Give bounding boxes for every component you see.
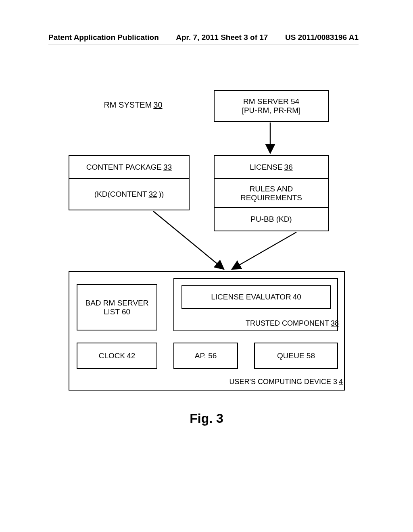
kd-num: 32 <box>149 190 157 199</box>
ap-box: AP. 56 <box>173 343 238 369</box>
header-center: Apr. 7, 2011 Sheet 3 of 17 <box>176 33 268 42</box>
rm-system-label: RM SYSTEM 30 <box>81 97 186 113</box>
ap-text: AP. 56 <box>195 351 217 360</box>
trusted-text: TRUSTED COMPONENT <box>246 319 329 328</box>
pubb-box: PU-BB (KD) <box>214 207 329 231</box>
clock-num: 42 <box>127 351 135 360</box>
kd-pre: (KD(CONTENT <box>94 190 147 199</box>
rm-system-num: 30 <box>153 100 162 110</box>
content-package-num: 33 <box>163 163 172 172</box>
clock-box: CLOCK 42 <box>77 343 157 369</box>
svg-line-1 <box>153 211 224 269</box>
license-evaluator-box: LICENSE EVALUATOR 40 <box>181 285 331 309</box>
header-right: US 2011/0083196 A1 <box>285 33 359 42</box>
rules-box: RULES AND REQUIREMENTS <box>214 178 329 208</box>
queue-box: QUEUE 58 <box>254 343 338 369</box>
device-num: 4 <box>339 378 343 386</box>
device-text: USER'S COMPUTING DEVICE 3 <box>229 378 337 386</box>
clock-text: CLOCK <box>99 351 125 360</box>
rm-server-line2: [PU-RM, PR-RM] <box>242 106 301 115</box>
header-left: Patent Application Publication <box>48 33 159 42</box>
bad-rm-server-box: BAD RM SERVER LIST 60 <box>77 284 157 330</box>
content-package-box: CONTENT PACKAGE 33 <box>69 155 190 179</box>
trusted-component-label: TRUSTED COMPONENT 38 <box>214 318 339 329</box>
content-package-text: CONTENT PACKAGE <box>86 163 162 172</box>
lic-eval-num: 40 <box>293 293 301 301</box>
pubb-text: PU-BB (KD) <box>250 215 292 224</box>
queue-text: QUEUE 58 <box>277 351 315 360</box>
trusted-num: 38 <box>331 319 339 328</box>
kd-post: )) <box>159 190 164 199</box>
rm-system-text: RM SYSTEM <box>104 100 152 110</box>
rules-line2: REQUIREMENTS <box>240 193 302 202</box>
bad-line2: LIST 60 <box>104 308 130 316</box>
figure-label: Fig. 3 <box>0 411 413 426</box>
user-device-label: USER'S COMPUTING DEVICE 3 4 <box>206 376 343 388</box>
kd-content-box: (KD(CONTENT 32 )) <box>69 178 190 210</box>
rm-server-line1: RM SERVER 54 <box>243 97 299 106</box>
rm-server-box: RM SERVER 54 [PU-RM, PR-RM] <box>214 90 329 122</box>
rules-line1: RULES AND <box>250 185 293 193</box>
page-header: Patent Application Publication Apr. 7, 2… <box>48 33 359 44</box>
license-text: LICENSE <box>250 163 282 172</box>
diagram-area: RM SYSTEM 30 RM SERVER 54 [PU-RM, PR-RM]… <box>65 93 347 399</box>
license-box: LICENSE 36 <box>214 155 329 179</box>
lic-eval-text: LICENSE EVALUATOR <box>211 293 291 301</box>
svg-line-2 <box>232 232 296 269</box>
bad-line1: BAD RM SERVER <box>86 299 149 308</box>
license-num: 36 <box>284 163 293 172</box>
